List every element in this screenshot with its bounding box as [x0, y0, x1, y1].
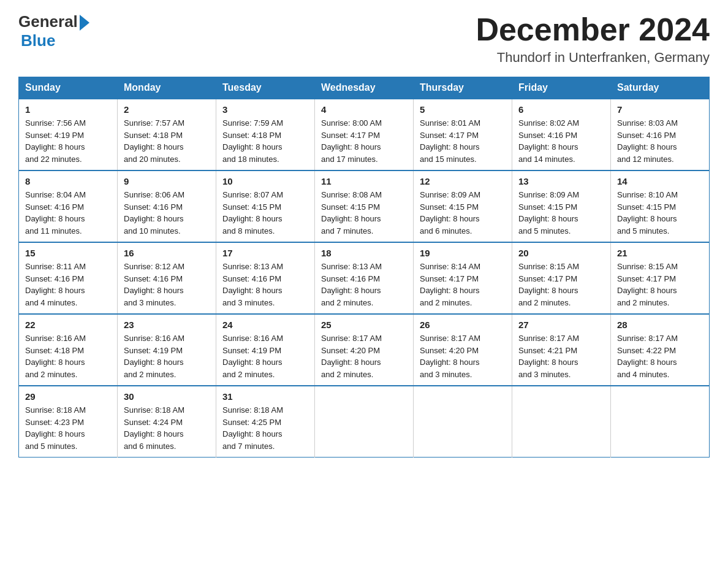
daylight-minutes: and 5 minutes.	[518, 226, 571, 236]
calendar-day-cell: 1Sunrise: 7:56 AMSunset: 4:19 PMDaylight…	[19, 99, 118, 170]
daylight-text: Daylight: 8 hours	[321, 214, 381, 223]
day-info: Sunrise: 8:02 AMSunset: 4:16 PMDaylight:…	[518, 117, 604, 165]
daylight-minutes: and 2 minutes.	[321, 370, 373, 379]
sunrise-text: Sunrise: 8:15 AM	[518, 262, 579, 271]
sunrise-text: Sunrise: 8:06 AM	[124, 190, 184, 199]
daylight-text: Daylight: 8 hours	[222, 429, 282, 439]
sunrise-text: Sunrise: 7:59 AM	[222, 118, 283, 128]
daylight-minutes: and 17 minutes.	[321, 155, 378, 164]
sunrise-text: Sunrise: 8:14 AM	[420, 262, 480, 271]
day-info: Sunrise: 8:17 AMSunset: 4:20 PMDaylight:…	[321, 332, 407, 380]
daylight-text: Daylight: 8 hours	[321, 142, 381, 151]
daylight-text: Daylight: 8 hours	[420, 142, 480, 151]
calendar-day-cell: 21Sunrise: 8:15 AMSunset: 4:17 PMDayligh…	[611, 242, 710, 314]
calendar-day-cell: 14Sunrise: 8:10 AMSunset: 4:15 PMDayligh…	[611, 170, 710, 242]
calendar-day-cell: 4Sunrise: 8:00 AMSunset: 4:17 PMDaylight…	[315, 99, 414, 170]
daylight-text: Daylight: 8 hours	[25, 286, 85, 295]
sunset-text: Sunset: 4:16 PM	[25, 202, 84, 212]
daylight-minutes: and 3 minutes.	[222, 298, 275, 307]
daylight-text: Daylight: 8 hours	[222, 214, 282, 223]
calendar-day-cell: 2Sunrise: 7:57 AMSunset: 4:18 PMDaylight…	[118, 99, 216, 170]
calendar-day-cell: 13Sunrise: 8:09 AMSunset: 4:15 PMDayligh…	[512, 170, 611, 242]
day-info: Sunrise: 8:13 AMSunset: 4:16 PMDaylight:…	[321, 261, 407, 308]
calendar-day-cell: 30Sunrise: 8:18 AMSunset: 4:24 PMDayligh…	[118, 386, 216, 458]
sunrise-text: Sunrise: 8:17 AM	[321, 334, 382, 343]
daylight-minutes: and 2 minutes.	[222, 370, 275, 379]
day-info: Sunrise: 8:17 AMSunset: 4:20 PMDaylight:…	[420, 332, 506, 380]
calendar-day-cell: 6Sunrise: 8:02 AMSunset: 4:16 PMDaylight…	[512, 99, 611, 170]
day-number: 29	[25, 391, 111, 402]
daylight-minutes: and 5 minutes.	[25, 442, 77, 451]
daylight-minutes: and 2 minutes.	[518, 298, 571, 307]
sunset-text: Sunset: 4:24 PM	[124, 418, 183, 427]
calendar-day-cell: 15Sunrise: 8:11 AMSunset: 4:16 PMDayligh…	[19, 242, 118, 314]
sunset-text: Sunset: 4:18 PM	[25, 346, 84, 355]
title-section: December 2024 Thundorf in Unterfranken, …	[476, 12, 710, 66]
calendar-day-cell: 8Sunrise: 8:04 AMSunset: 4:16 PMDaylight…	[19, 170, 118, 242]
daylight-minutes: and 20 minutes.	[124, 155, 181, 164]
calendar-day-cell	[512, 386, 611, 458]
daylight-minutes: and 2 minutes.	[617, 298, 669, 307]
daylight-minutes: and 2 minutes.	[420, 298, 472, 307]
day-number: 4	[321, 104, 407, 115]
weekday-header-cell: Monday	[118, 77, 216, 99]
calendar-day-cell: 26Sunrise: 8:17 AMSunset: 4:20 PMDayligh…	[414, 314, 512, 386]
daylight-minutes: and 22 minutes.	[25, 155, 82, 164]
day-info: Sunrise: 8:16 AMSunset: 4:18 PMDaylight:…	[25, 332, 111, 380]
calendar-day-cell: 29Sunrise: 8:18 AMSunset: 4:23 PMDayligh…	[19, 386, 118, 458]
calendar-day-cell: 22Sunrise: 8:16 AMSunset: 4:18 PMDayligh…	[19, 314, 118, 386]
day-number: 27	[518, 320, 604, 330]
sunset-text: Sunset: 4:17 PM	[518, 274, 577, 283]
calendar-day-cell	[611, 386, 710, 458]
day-info: Sunrise: 8:18 AMSunset: 4:25 PMDaylight:…	[222, 404, 308, 452]
calendar-day-cell: 12Sunrise: 8:09 AMSunset: 4:15 PMDayligh…	[414, 170, 512, 242]
day-info: Sunrise: 8:01 AMSunset: 4:17 PMDaylight:…	[420, 117, 506, 165]
sunset-text: Sunset: 4:16 PM	[124, 202, 183, 212]
weekday-header-row: SundayMondayTuesdayWednesdayThursdayFrid…	[19, 77, 710, 99]
daylight-minutes: and 4 minutes.	[25, 298, 77, 307]
daylight-text: Daylight: 8 hours	[518, 214, 578, 223]
daylight-minutes: and 11 minutes.	[25, 226, 82, 236]
daylight-minutes: and 5 minutes.	[617, 226, 669, 236]
day-info: Sunrise: 8:17 AMSunset: 4:22 PMDaylight:…	[617, 332, 703, 380]
sunrise-text: Sunrise: 8:01 AM	[420, 118, 480, 128]
sunrise-text: Sunrise: 8:00 AM	[321, 118, 382, 128]
sunrise-text: Sunrise: 8:16 AM	[25, 334, 86, 343]
sunrise-text: Sunrise: 8:18 AM	[25, 405, 86, 415]
day-info: Sunrise: 7:59 AMSunset: 4:18 PMDaylight:…	[222, 117, 308, 165]
logo-blue-text: Blue	[21, 31, 55, 50]
sunrise-text: Sunrise: 8:04 AM	[25, 190, 86, 199]
sunset-text: Sunset: 4:18 PM	[124, 131, 183, 140]
daylight-minutes: and 15 minutes.	[420, 155, 477, 164]
logo-chevron-icon	[80, 15, 89, 31]
daylight-text: Daylight: 8 hours	[321, 358, 381, 367]
calendar-day-cell: 19Sunrise: 8:14 AMSunset: 4:17 PMDayligh…	[414, 242, 512, 314]
calendar-day-cell: 3Sunrise: 7:59 AMSunset: 4:18 PMDaylight…	[216, 99, 315, 170]
daylight-text: Daylight: 8 hours	[124, 429, 184, 439]
day-number: 14	[617, 176, 703, 186]
day-info: Sunrise: 8:14 AMSunset: 4:17 PMDaylight:…	[420, 261, 506, 308]
daylight-minutes: and 2 minutes.	[321, 298, 373, 307]
calendar-day-cell: 20Sunrise: 8:15 AMSunset: 4:17 PMDayligh…	[512, 242, 611, 314]
sunrise-text: Sunrise: 8:07 AM	[222, 190, 283, 199]
calendar-week-row: 15Sunrise: 8:11 AMSunset: 4:16 PMDayligh…	[19, 242, 710, 314]
daylight-text: Daylight: 8 hours	[124, 214, 184, 223]
daylight-minutes: and 12 minutes.	[617, 155, 674, 164]
sunset-text: Sunset: 4:16 PM	[222, 274, 281, 283]
daylight-minutes: and 8 minutes.	[222, 226, 275, 236]
daylight-minutes: and 18 minutes.	[222, 155, 279, 164]
weekday-header-cell: Thursday	[414, 77, 512, 99]
daylight-text: Daylight: 8 hours	[617, 214, 677, 223]
daylight-text: Daylight: 8 hours	[518, 286, 578, 295]
day-info: Sunrise: 8:12 AMSunset: 4:16 PMDaylight:…	[124, 261, 210, 308]
sunset-text: Sunset: 4:16 PM	[518, 131, 577, 140]
daylight-text: Daylight: 8 hours	[222, 286, 282, 295]
day-number: 28	[617, 320, 703, 330]
day-number: 17	[222, 248, 308, 258]
weekday-header-cell: Saturday	[611, 77, 710, 99]
sunrise-text: Sunrise: 8:13 AM	[321, 262, 382, 271]
calendar-day-cell: 7Sunrise: 8:03 AMSunset: 4:16 PMDaylight…	[611, 99, 710, 170]
day-info: Sunrise: 8:06 AMSunset: 4:16 PMDaylight:…	[124, 189, 210, 237]
weekday-header-cell: Sunday	[19, 77, 118, 99]
day-info: Sunrise: 8:09 AMSunset: 4:15 PMDaylight:…	[518, 189, 604, 237]
